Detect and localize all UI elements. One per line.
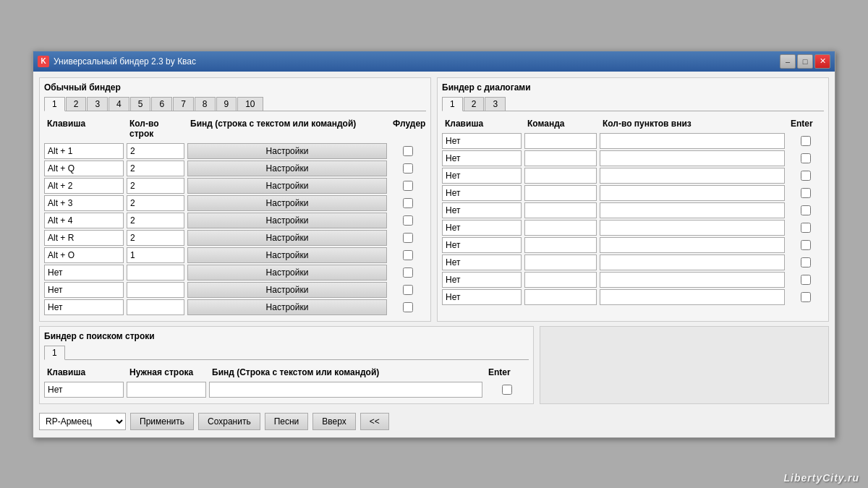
up-button[interactable]: Вверх (312, 413, 355, 430)
right-row-7-count-down[interactable] (600, 237, 785, 253)
right-row-6-count-down[interactable] (600, 220, 785, 236)
close-button[interactable]: ✕ (814, 54, 830, 69)
left-row-8-settings[interactable]: Настройки (187, 265, 387, 281)
right-row-1-enter[interactable] (801, 136, 811, 146)
left-row-4-flood[interactable] (403, 198, 413, 208)
right-row-5-count-down[interactable] (600, 202, 785, 218)
left-tab-7[interactable]: 7 (173, 97, 194, 111)
left-row-2-settings[interactable]: Настройки (187, 160, 387, 176)
right-row-9-count-down[interactable] (600, 272, 785, 288)
left-row-10-key[interactable] (44, 299, 124, 315)
right-row-3-key[interactable] (442, 168, 522, 184)
right-row-6-enter[interactable] (801, 223, 811, 233)
right-row-1-count-down[interactable] (600, 133, 785, 149)
right-row-10-command[interactable] (524, 289, 597, 305)
left-row-2-flood[interactable] (403, 163, 413, 174)
left-row-6-key[interactable] (44, 230, 124, 246)
left-row-9-count[interactable] (127, 282, 184, 298)
right-row-9-command[interactable] (524, 272, 597, 288)
left-tab-10[interactable]: 10 (237, 97, 263, 111)
left-row-5-count[interactable] (127, 213, 184, 228)
left-tab-4[interactable]: 4 (109, 97, 129, 111)
right-row-2-command[interactable] (524, 150, 597, 166)
back-button[interactable]: << (360, 413, 389, 430)
right-row-1-command[interactable] (524, 133, 597, 149)
left-row-8-flood[interactable] (403, 267, 413, 278)
right-row-3-command[interactable] (524, 168, 597, 184)
bottom-row-1-needed-row[interactable] (127, 382, 206, 398)
right-row-4-count-down[interactable] (600, 185, 785, 201)
right-row-1-key[interactable] (442, 133, 522, 149)
left-tab-8[interactable]: 8 (195, 97, 216, 111)
right-row-9-key[interactable] (442, 272, 522, 288)
right-row-9-enter[interactable] (801, 275, 811, 285)
left-row-6-settings[interactable]: Настройки (187, 230, 387, 246)
left-row-1-count[interactable] (127, 143, 184, 159)
right-row-2-key[interactable] (442, 150, 522, 166)
minimize-button[interactable]: – (780, 54, 796, 69)
right-row-8-enter[interactable] (801, 257, 811, 267)
right-row-4-enter[interactable] (801, 188, 811, 198)
left-row-1-flood[interactable] (403, 146, 413, 156)
right-row-8-count-down[interactable] (600, 254, 785, 270)
right-tab-1[interactable]: 1 (442, 97, 463, 111)
left-row-5-key[interactable] (44, 213, 124, 228)
left-row-1-settings[interactable]: Настройки (187, 143, 387, 159)
left-row-3-count[interactable] (127, 178, 184, 194)
right-row-5-enter[interactable] (801, 205, 811, 215)
left-row-2-count[interactable] (127, 160, 184, 176)
left-row-10-flood[interactable] (403, 302, 413, 312)
left-row-6-flood[interactable] (403, 233, 413, 243)
right-row-7-key[interactable] (442, 237, 522, 253)
right-row-3-enter[interactable] (801, 171, 811, 181)
left-row-7-flood[interactable] (403, 250, 413, 260)
right-row-4-key[interactable] (442, 185, 522, 201)
save-button[interactable]: Сохранить (198, 413, 260, 430)
left-row-3-flood[interactable] (403, 181, 413, 191)
left-row-2-key[interactable] (44, 160, 124, 176)
right-row-10-key[interactable] (442, 289, 522, 305)
bottom-row-1-key[interactable] (44, 382, 124, 398)
left-row-5-flood[interactable] (403, 215, 413, 226)
left-row-10-settings[interactable]: Настройки (187, 299, 387, 315)
left-row-7-key[interactable] (44, 247, 124, 263)
left-row-10-count[interactable] (127, 299, 184, 315)
left-row-3-settings[interactable]: Настройки (187, 178, 387, 194)
apply-button[interactable]: Применить (130, 413, 194, 430)
left-tab-3[interactable]: 3 (87, 97, 108, 111)
bottom-row-1-enter[interactable] (502, 385, 512, 395)
left-row-9-key[interactable] (44, 282, 124, 298)
left-row-4-key[interactable] (44, 195, 124, 211)
right-row-10-enter[interactable] (801, 292, 811, 302)
bottom-row-1-bind[interactable] (209, 382, 482, 398)
left-tab-6[interactable]: 6 (151, 97, 172, 111)
songs-button[interactable]: Песни (265, 413, 309, 430)
left-tab-9[interactable]: 9 (216, 97, 237, 111)
right-row-4-command[interactable] (524, 185, 597, 201)
left-tab-1[interactable]: 1 (44, 97, 65, 111)
right-row-5-key[interactable] (442, 202, 522, 218)
right-row-6-key[interactable] (442, 220, 522, 236)
profile-select[interactable]: RP-Армеец Профиль 2 Профиль 3 (39, 413, 126, 430)
left-tab-2[interactable]: 2 (66, 97, 87, 111)
right-row-8-command[interactable] (524, 254, 597, 270)
left-tab-5[interactable]: 5 (130, 97, 151, 111)
right-row-10-count-down[interactable] (600, 289, 785, 305)
left-row-3-key[interactable] (44, 178, 124, 194)
left-row-4-count[interactable] (127, 195, 184, 211)
left-row-1-key[interactable] (44, 143, 124, 159)
left-row-9-flood[interactable] (403, 285, 413, 295)
left-row-9-settings[interactable]: Настройки (187, 282, 387, 298)
right-row-7-command[interactable] (524, 237, 597, 253)
right-row-3-count-down[interactable] (600, 168, 785, 184)
right-row-2-enter[interactable] (801, 153, 811, 163)
left-row-4-settings[interactable]: Настройки (187, 195, 387, 211)
left-row-7-count[interactable] (127, 247, 184, 263)
maximize-button[interactable]: □ (797, 54, 813, 69)
bottom-tab-1[interactable]: 1 (44, 346, 65, 360)
left-row-8-count[interactable] (127, 265, 184, 281)
right-tab-2[interactable]: 2 (464, 97, 485, 111)
left-row-7-settings[interactable]: Настройки (187, 247, 387, 263)
right-tab-3[interactable]: 3 (485, 97, 506, 111)
left-row-5-settings[interactable]: Настройки (187, 213, 387, 228)
